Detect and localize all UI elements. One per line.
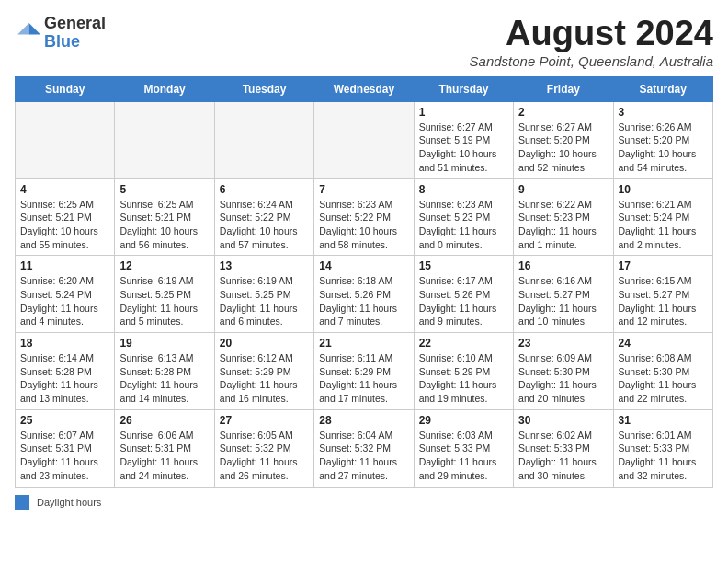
day-number: 9 — [518, 183, 608, 196]
day-info: Sunrise: 6:27 AM Sunset: 5:20 PM Dayligh… — [518, 121, 608, 175]
day-info: Sunrise: 6:03 AM Sunset: 5:33 PM Dayligh… — [419, 429, 508, 483]
calendar-cell: 13Sunrise: 6:19 AM Sunset: 5:25 PM Dayli… — [214, 256, 313, 333]
subtitle: Sandstone Point, Queensland, Australia — [470, 53, 713, 69]
day-number: 19 — [119, 337, 209, 350]
weekday-header-monday: Monday — [115, 76, 214, 101]
calendar-cell — [214, 101, 313, 178]
calendar-cell: 16Sunrise: 6:16 AM Sunset: 5:27 PM Dayli… — [514, 256, 613, 333]
calendar-cell: 9Sunrise: 6:22 AM Sunset: 5:23 PM Daylig… — [514, 178, 613, 256]
calendar-cell: 10Sunrise: 6:21 AM Sunset: 5:24 PM Dayli… — [613, 178, 712, 256]
calendar-cell: 1Sunrise: 6:27 AM Sunset: 5:19 PM Daylig… — [414, 101, 513, 178]
day-number: 6 — [220, 183, 309, 196]
calendar-cell: 30Sunrise: 6:02 AM Sunset: 5:33 PM Dayli… — [514, 409, 613, 487]
calendar-cell: 4Sunrise: 6:25 AM Sunset: 5:21 PM Daylig… — [16, 178, 115, 256]
day-number: 31 — [619, 414, 708, 427]
day-info: Sunrise: 6:21 AM Sunset: 5:24 PM Dayligh… — [619, 198, 708, 252]
calendar-cell: 12Sunrise: 6:19 AM Sunset: 5:25 PM Dayli… — [115, 256, 214, 333]
legend-color-box — [15, 495, 29, 510]
day-info: Sunrise: 6:09 AM Sunset: 5:30 PM Dayligh… — [518, 351, 608, 406]
day-info: Sunrise: 6:06 AM Sunset: 5:31 PM Dayligh… — [119, 429, 209, 483]
calendar-cell — [115, 101, 214, 178]
day-number: 14 — [319, 259, 408, 272]
day-info: Sunrise: 6:14 AM Sunset: 5:28 PM Dayligh… — [20, 351, 109, 406]
day-info: Sunrise: 6:12 AM Sunset: 5:29 PM Dayligh… — [220, 351, 309, 406]
day-number: 15 — [419, 259, 508, 272]
calendar-cell: 23Sunrise: 6:09 AM Sunset: 5:30 PM Dayli… — [514, 333, 613, 410]
logo-blue: Blue — [44, 32, 80, 51]
calendar-cell: 29Sunrise: 6:03 AM Sunset: 5:33 PM Dayli… — [414, 409, 513, 487]
calendar-week-5: 25Sunrise: 6:07 AM Sunset: 5:31 PM Dayli… — [16, 409, 713, 487]
day-info: Sunrise: 6:10 AM Sunset: 5:29 PM Dayligh… — [419, 351, 508, 406]
day-number: 25 — [20, 414, 109, 427]
weekday-header-friday: Friday — [514, 76, 613, 101]
day-info: Sunrise: 6:11 AM Sunset: 5:29 PM Dayligh… — [319, 351, 408, 406]
day-number: 30 — [518, 414, 608, 427]
day-number: 8 — [419, 183, 508, 196]
calendar-cell: 14Sunrise: 6:18 AM Sunset: 5:26 PM Dayli… — [314, 256, 414, 333]
day-info: Sunrise: 6:25 AM Sunset: 5:21 PM Dayligh… — [119, 198, 209, 252]
day-info: Sunrise: 6:25 AM Sunset: 5:21 PM Dayligh… — [20, 198, 109, 252]
calendar-cell: 2Sunrise: 6:27 AM Sunset: 5:20 PM Daylig… — [514, 101, 613, 178]
day-number: 17 — [619, 259, 708, 272]
day-number: 22 — [419, 337, 508, 350]
day-info: Sunrise: 6:04 AM Sunset: 5:32 PM Dayligh… — [319, 429, 408, 483]
day-number: 5 — [119, 183, 209, 196]
calendar-cell: 24Sunrise: 6:08 AM Sunset: 5:30 PM Dayli… — [613, 333, 712, 410]
day-info: Sunrise: 6:22 AM Sunset: 5:23 PM Dayligh… — [518, 198, 608, 252]
day-number: 21 — [319, 337, 408, 350]
weekday-header-tuesday: Tuesday — [214, 76, 313, 101]
day-number: 27 — [220, 414, 309, 427]
logo-icon — [15, 20, 40, 46]
day-info: Sunrise: 6:01 AM Sunset: 5:33 PM Dayligh… — [619, 429, 708, 483]
day-number: 16 — [518, 259, 608, 272]
footer-legend: Daylight hours — [15, 495, 713, 510]
day-info: Sunrise: 6:18 AM Sunset: 5:26 PM Dayligh… — [319, 274, 408, 328]
day-info: Sunrise: 6:07 AM Sunset: 5:31 PM Dayligh… — [20, 429, 109, 483]
calendar-cell: 25Sunrise: 6:07 AM Sunset: 5:31 PM Dayli… — [16, 409, 115, 487]
calendar-cell: 11Sunrise: 6:20 AM Sunset: 5:24 PM Dayli… — [16, 256, 115, 333]
calendar-header: SundayMondayTuesdayWednesdayThursdayFrid… — [16, 76, 713, 101]
day-info: Sunrise: 6:19 AM Sunset: 5:25 PM Dayligh… — [220, 274, 309, 328]
calendar-cell: 19Sunrise: 6:13 AM Sunset: 5:28 PM Dayli… — [115, 333, 214, 410]
calendar-cell: 7Sunrise: 6:23 AM Sunset: 5:22 PM Daylig… — [314, 178, 414, 256]
day-info: Sunrise: 6:26 AM Sunset: 5:20 PM Dayligh… — [619, 121, 708, 175]
day-number: 23 — [518, 337, 608, 350]
calendar-table: SundayMondayTuesdayWednesdayThursdayFrid… — [15, 76, 713, 488]
header: General Blue August 2024 Sandstone Point… — [15, 15, 713, 69]
calendar-cell: 3Sunrise: 6:26 AM Sunset: 5:20 PM Daylig… — [613, 101, 712, 178]
day-number: 13 — [220, 259, 309, 272]
calendar-cell: 22Sunrise: 6:10 AM Sunset: 5:29 PM Dayli… — [414, 333, 513, 410]
logo: General Blue — [15, 15, 106, 52]
day-info: Sunrise: 6:19 AM Sunset: 5:25 PM Dayligh… — [119, 274, 209, 328]
day-number: 26 — [119, 414, 209, 427]
day-number: 20 — [220, 337, 309, 350]
calendar-cell: 6Sunrise: 6:24 AM Sunset: 5:22 PM Daylig… — [214, 178, 313, 256]
day-number: 2 — [518, 106, 608, 119]
day-number: 1 — [419, 106, 508, 119]
calendar-week-4: 18Sunrise: 6:14 AM Sunset: 5:28 PM Dayli… — [16, 333, 713, 410]
day-number: 11 — [20, 259, 109, 272]
calendar-week-3: 11Sunrise: 6:20 AM Sunset: 5:24 PM Dayli… — [16, 256, 713, 333]
day-info: Sunrise: 6:15 AM Sunset: 5:27 PM Dayligh… — [619, 274, 708, 328]
calendar-cell: 17Sunrise: 6:15 AM Sunset: 5:27 PM Dayli… — [613, 256, 712, 333]
title-area: August 2024 Sandstone Point, Queensland,… — [470, 15, 713, 69]
calendar-cell: 27Sunrise: 6:05 AM Sunset: 5:32 PM Dayli… — [214, 409, 313, 487]
day-number: 7 — [319, 183, 408, 196]
weekday-header-row: SundayMondayTuesdayWednesdayThursdayFrid… — [16, 76, 713, 101]
calendar-cell: 18Sunrise: 6:14 AM Sunset: 5:28 PM Dayli… — [16, 333, 115, 410]
calendar-cell — [314, 101, 414, 178]
calendar-cell: 5Sunrise: 6:25 AM Sunset: 5:21 PM Daylig… — [115, 178, 214, 256]
weekday-header-thursday: Thursday — [414, 76, 513, 101]
day-info: Sunrise: 6:08 AM Sunset: 5:30 PM Dayligh… — [619, 351, 708, 406]
day-info: Sunrise: 6:20 AM Sunset: 5:24 PM Dayligh… — [20, 274, 109, 328]
day-number: 28 — [319, 414, 408, 427]
day-info: Sunrise: 6:24 AM Sunset: 5:22 PM Dayligh… — [220, 198, 309, 252]
svg-marker-1 — [17, 23, 28, 34]
day-info: Sunrise: 6:17 AM Sunset: 5:26 PM Dayligh… — [419, 274, 508, 328]
day-info: Sunrise: 6:27 AM Sunset: 5:19 PM Dayligh… — [419, 121, 508, 175]
day-info: Sunrise: 6:23 AM Sunset: 5:23 PM Dayligh… — [419, 198, 508, 252]
weekday-header-sunday: Sunday — [16, 76, 115, 101]
day-info: Sunrise: 6:05 AM Sunset: 5:32 PM Dayligh… — [220, 429, 309, 483]
calendar-week-1: 1Sunrise: 6:27 AM Sunset: 5:19 PM Daylig… — [16, 101, 713, 178]
day-number: 4 — [20, 183, 109, 196]
